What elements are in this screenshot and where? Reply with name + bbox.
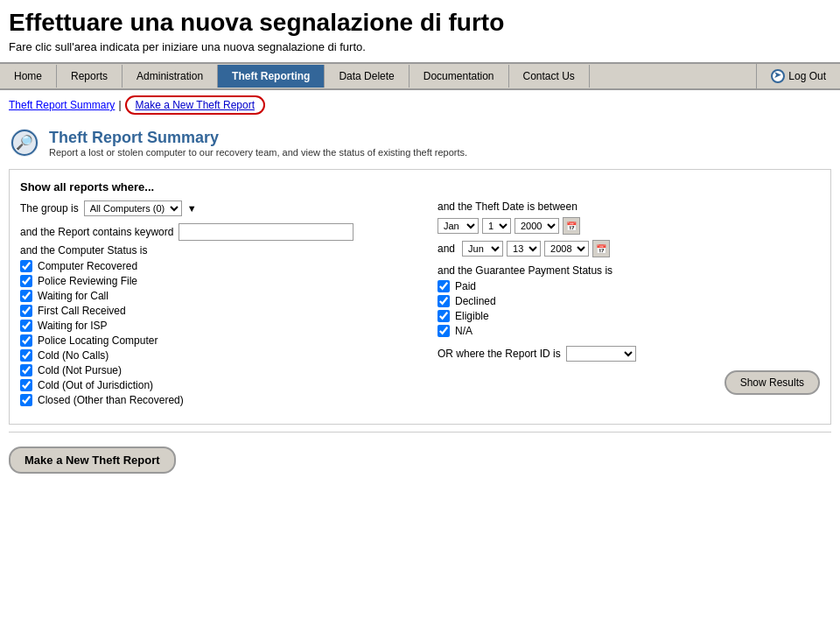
nav-documentation[interactable]: Documentation — [410, 65, 509, 88]
filter-left: The group is All Computers (0) ▼ and the… — [20, 200, 420, 413]
bottom-make-new-button[interactable]: Make a New Theft Report — [9, 447, 176, 474]
section-header: 🔎 Theft Report Summary Report a lost or … — [0, 120, 840, 162]
date-to-month[interactable]: JanFebMarApr MayJunJulAug SepOctNovDec — [462, 241, 503, 257]
report-id-row: OR where the Report ID is — [438, 346, 820, 362]
cb-police-reviewing[interactable] — [20, 275, 32, 287]
breadcrumb-make-new[interactable]: Make a New Theft Report — [125, 95, 266, 115]
date-from-row: JanFebMarApr MayJunJulAug SepOctNovDec 1… — [438, 217, 820, 235]
cb-computer-recovered[interactable] — [20, 260, 32, 272]
show-results-button[interactable]: Show Results — [724, 370, 820, 395]
cb-na[interactable] — [438, 325, 450, 337]
calendar-to-btn[interactable]: 📅 — [592, 240, 610, 257]
guarantee-declined: Declined — [438, 295, 820, 307]
guarantee-eligible: Eligible — [438, 310, 820, 322]
status-cold-jurisdiction: Cold (Out of Jurisdiction) — [20, 379, 402, 391]
report-id-select[interactable] — [566, 346, 636, 362]
status-cold-no-calls: Cold (No Calls) — [20, 349, 402, 362]
status-label: and the Computer Status is — [20, 244, 402, 257]
keyword-row: and the Report contains keyword — [20, 223, 402, 241]
cb-cold-not-pursue[interactable] — [20, 364, 32, 376]
status-waiting-isp: Waiting for ISP — [20, 320, 402, 332]
cb-eligible[interactable] — [438, 310, 450, 322]
svg-text:🔎: 🔎 — [16, 134, 33, 151]
status-closed-other: Closed (Other than Recovered) — [20, 394, 402, 406]
cb-waiting-isp[interactable] — [20, 320, 32, 332]
page-title: Effettuare una nuova segnalazione di fur… — [0, 0, 840, 40]
guarantee-list: Paid Declined Eligible N/A — [438, 280, 820, 337]
guarantee-na: N/A — [438, 325, 820, 337]
breadcrumb-parent[interactable]: Theft Report Summary — [9, 99, 115, 111]
nav-reports[interactable]: Reports — [57, 65, 122, 88]
status-police-reviewing: Police Reviewing File — [20, 275, 402, 287]
date-and-label: and — [438, 243, 455, 255]
cb-paid[interactable] — [438, 280, 450, 292]
theft-report-icon: 🔎 — [9, 127, 40, 158]
date-to-row: and JanFebMarApr MayJunJulAug SepOctNovD… — [438, 240, 820, 257]
divider — [9, 432, 831, 433]
section-desc: Report a lost or stolen computer to our … — [49, 147, 467, 158]
calendar-from-btn[interactable]: 📅 — [563, 217, 580, 235]
cb-cold-no-calls[interactable] — [20, 349, 32, 362]
cb-first-call[interactable] — [20, 305, 32, 317]
status-first-call: First Call Received — [20, 305, 402, 317]
cb-declined[interactable] — [438, 295, 450, 307]
date-from-day[interactable]: 1 — [482, 218, 511, 234]
guarantee-paid: Paid — [438, 280, 820, 292]
cb-closed-other[interactable] — [20, 394, 32, 406]
breadcrumb-separator: | — [118, 99, 121, 111]
cb-cold-jurisdiction[interactable] — [20, 379, 32, 391]
keyword-label: and the Report contains keyword — [20, 226, 173, 238]
status-police-locating: Police Locating Computer — [20, 334, 402, 347]
guarantee-section: and the Guarantee Payment Status is Paid… — [438, 264, 820, 337]
keyword-input[interactable] — [178, 223, 354, 241]
section-title: Theft Report Summary — [49, 129, 467, 147]
group-row: The group is All Computers (0) ▼ — [20, 200, 402, 216]
nav-logout[interactable]: ➤ Log Out — [756, 64, 840, 88]
nav-data-delete[interactable]: Data Delete — [325, 65, 409, 88]
logout-icon: ➤ — [771, 69, 785, 83]
date-from-month[interactable]: JanFebMarApr MayJunJulAug SepOctNovDec — [438, 218, 479, 234]
filter-right: and the Theft Date is between JanFebMarA… — [420, 200, 820, 413]
nav-home[interactable]: Home — [0, 65, 57, 88]
date-from-year[interactable]: 2000 — [514, 218, 559, 234]
status-list: Computer Recovered Police Reviewing File… — [20, 260, 402, 406]
cb-waiting-for-call[interactable] — [20, 290, 32, 302]
nav-theft-reporting[interactable]: Theft Reporting — [218, 65, 325, 88]
nav-bar: Home Reports Administration Theft Report… — [0, 62, 840, 90]
filter-box: Show all reports where... The group is A… — [9, 169, 831, 425]
status-computer-recovered: Computer Recovered — [20, 260, 402, 272]
nav-administration[interactable]: Administration — [122, 65, 218, 88]
date-to-day[interactable]: 13 — [507, 241, 541, 257]
guarantee-label: and the Guarantee Payment Status is — [438, 264, 820, 277]
status-cold-not-pursue: Cold (Not Pursue) — [20, 364, 402, 376]
status-section: and the Computer Status is Computer Reco… — [20, 244, 402, 406]
date-label: and the Theft Date is between — [438, 200, 820, 213]
report-id-label: OR where the Report ID is — [438, 348, 561, 360]
nav-contact-us[interactable]: Contact Us — [509, 65, 590, 88]
status-waiting-for-call: Waiting for Call — [20, 290, 402, 302]
date-to-year[interactable]: 2008 — [544, 241, 589, 257]
bottom-bar: Make a New Theft Report — [0, 438, 840, 482]
filter-title: Show all reports where... — [20, 180, 820, 193]
group-select[interactable]: All Computers (0) — [84, 200, 182, 216]
breadcrumb: Theft Report Summary | Make a New Theft … — [0, 90, 840, 120]
group-label: The group is — [20, 202, 79, 215]
cb-police-locating[interactable] — [20, 334, 32, 347]
filter-grid: The group is All Computers (0) ▼ and the… — [20, 200, 820, 413]
page-subtitle: Fare clic sull'area indicata per iniziar… — [0, 40, 840, 62]
